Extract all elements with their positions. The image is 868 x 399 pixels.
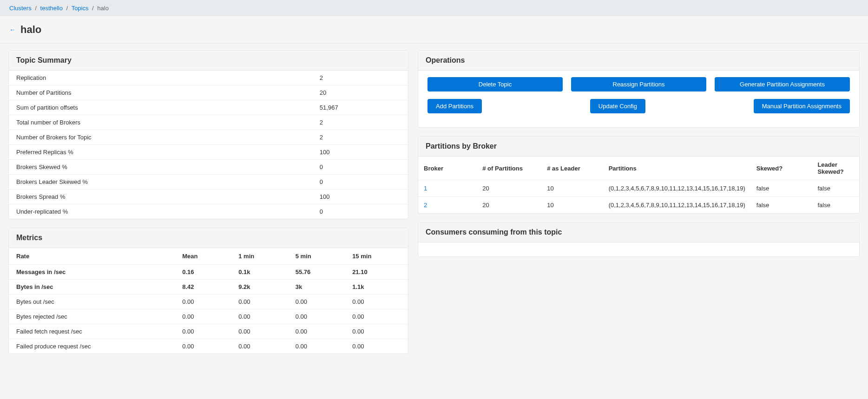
broker-col-skewed: Skewed? [751,157,812,180]
metrics-col-5min: 5 min [288,248,345,265]
table-row: Number of Partitions20 [9,85,408,100]
broker-col-leader-skewed: Leader Skewed? [812,157,859,180]
metrics-col-1min: 1 min [231,248,288,265]
metrics-cell: 0.00 [231,294,288,309]
broker-cell-leader-skewed: false [812,180,859,197]
table-row: 12010(0,1,2,3,4,5,6,7,8,9,10,11,12,13,14… [418,180,859,197]
metrics-cell: 0.00 [175,324,231,339]
add-partitions-button[interactable]: Add Partitions [427,99,482,113]
breadcrumb-link-clusters[interactable]: Clusters [9,5,32,12]
metrics-cell: Bytes rejected /sec [9,309,175,324]
broker-link[interactable]: 2 [424,202,427,209]
metrics-cell: 0.00 [345,309,408,324]
generate-partition-assignments-button[interactable]: Generate Partition Assignments [715,77,850,92]
metrics-cell: 0.1k [231,265,288,280]
broker-cell-broker: 1 [418,180,477,197]
table-row: Replication2 [9,71,408,85]
table-row: Failed produce request /sec0.000.000.000… [9,339,408,354]
metrics-cell: 21.10 [345,265,408,280]
metrics-cell: 0.00 [288,294,345,309]
reassign-partitions-button[interactable]: Reassign Partitions [571,77,706,92]
breadcrumb-sep: / [92,5,94,12]
partitions-by-broker-header: Partitions by Broker [418,137,859,157]
consumers-header: Consumers consuming from this topic [418,222,859,242]
breadcrumb-current: halo [97,5,109,12]
broker-table: Broker # of Partitions # as Leader Parti… [418,157,859,213]
delete-topic-button[interactable]: Delete Topic [427,77,563,92]
broker-cell-partitions: (0,1,2,3,4,5,6,7,8,9,10,11,12,13,14,15,1… [603,197,751,214]
broker-col-num-partitions: # of Partitions [477,157,541,180]
summary-value: 0 [312,204,408,219]
broker-cell-leader-skewed: false [812,197,859,214]
metrics-cell: 0.00 [288,339,345,354]
table-row: Under-replicated %0 [9,204,408,219]
breadcrumb-link-cluster[interactable]: testhello [40,5,63,12]
broker-cell-partitions: (0,1,2,3,4,5,6,7,8,9,10,11,12,13,14,15,1… [603,180,751,197]
summary-label: Preferred Replicas % [9,145,312,160]
summary-value: 2 [312,115,408,130]
metrics-cell: 0.00 [345,324,408,339]
topic-summary-header: Topic Summary [9,51,408,71]
table-row: Number of Brokers for Topic2 [9,130,408,145]
summary-label: Number of Brokers for Topic [9,130,312,145]
table-row: Messages in /sec0.160.1k55.7621.10 [9,265,408,280]
summary-label: Brokers Skewed % [9,160,312,175]
metrics-col-15min: 15 min [345,248,408,265]
metrics-cell: 0.00 [231,309,288,324]
metrics-cell: 0.00 [175,309,231,324]
table-row: Bytes rejected /sec0.000.000.000.00 [9,309,408,324]
summary-value: 20 [312,85,408,100]
metrics-cell: 0.00 [345,339,408,354]
summary-value: 100 [312,145,408,160]
summary-value: 2 [312,130,408,145]
summary-label: Under-replicated % [9,204,312,219]
summary-label: Brokers Leader Skewed % [9,175,312,190]
broker-cell-as-leader: 10 [541,180,603,197]
table-row: Sum of partition offsets51,967 [9,100,408,115]
summary-value: 100 [312,190,408,204]
summary-value: 51,967 [312,100,408,115]
metrics-cell: Failed produce request /sec [9,339,175,354]
broker-cell-num-partitions: 20 [477,180,541,197]
table-row: Bytes out /sec0.000.000.000.00 [9,294,408,309]
metrics-col-rate: Rate [9,248,175,265]
breadcrumb-link-topics[interactable]: Topics [72,5,89,12]
metrics-cell: 3k [288,280,345,294]
table-row: Failed fetch request /sec0.000.000.000.0… [9,324,408,339]
metrics-cell: 0.00 [175,339,231,354]
metrics-cell: 0.16 [175,265,231,280]
metrics-table: Rate Mean 1 min 5 min 15 min Messages in… [9,248,408,353]
update-config-button[interactable]: Update Config [590,99,645,113]
metrics-cell: 8.42 [175,280,231,294]
manual-partition-assignments-button[interactable]: Manual Partition Assignments [754,99,850,113]
page-header: ← halo [0,16,868,44]
metrics-header: Metrics [9,228,408,248]
partitions-by-broker-panel: Partitions by Broker Broker # of Partiti… [418,136,860,214]
broker-link[interactable]: 1 [424,185,427,192]
metrics-cell: 0.00 [288,309,345,324]
breadcrumb-sep: / [35,5,37,12]
metrics-cell: Messages in /sec [9,265,175,280]
broker-cell-broker: 2 [418,197,477,214]
broker-col-as-leader: # as Leader [541,157,603,180]
table-row: Preferred Replicas %100 [9,145,408,160]
consumers-body [418,242,859,256]
broker-col-broker: Broker [418,157,477,180]
breadcrumb-sep: / [66,5,68,12]
metrics-cell: 1.1k [345,280,408,294]
metrics-cell: Bytes in /sec [9,280,175,294]
summary-value: 0 [312,175,408,190]
metrics-cell: Bytes out /sec [9,294,175,309]
summary-label: Total number of Brokers [9,115,312,130]
summary-value: 2 [312,71,408,85]
table-row: Brokers Spread %100 [9,190,408,204]
back-arrow-icon[interactable]: ← [9,26,16,33]
operations-panel: Operations Delete Topic Reassign Partiti… [418,50,860,128]
table-row: Total number of Brokers2 [9,115,408,130]
table-row: 22010(0,1,2,3,4,5,6,7,8,9,10,11,12,13,14… [418,197,859,214]
metrics-cell: 0.00 [231,324,288,339]
topic-summary-table: Replication2Number of Partitions20Sum of… [9,71,408,219]
operations-header: Operations [418,51,859,71]
summary-value: 0 [312,160,408,175]
table-row: Bytes in /sec8.429.2k3k1.1k [9,280,408,294]
